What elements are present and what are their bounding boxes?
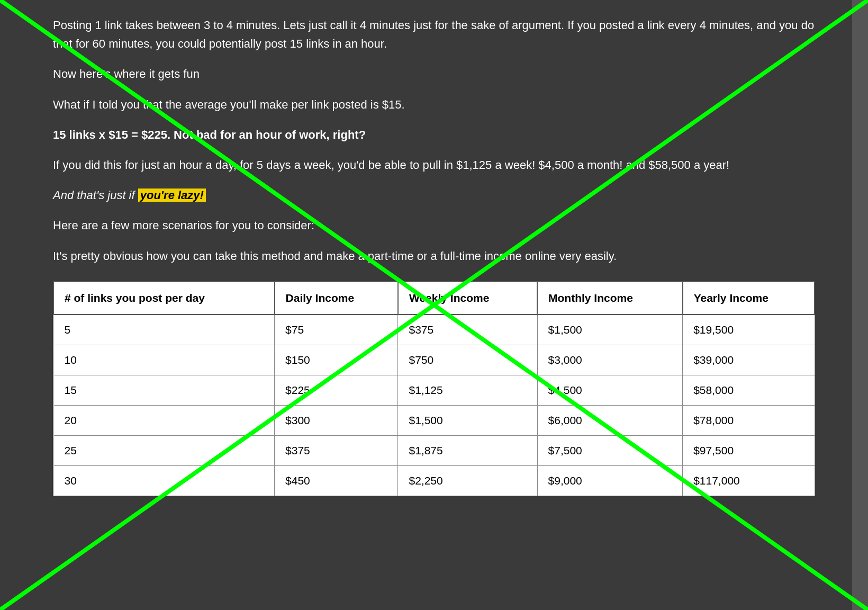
table-cell: $1,875 bbox=[398, 435, 537, 465]
paragraph-6: And that's just if you're lazy! bbox=[53, 186, 815, 204]
table-cell: $2,250 bbox=[398, 465, 537, 496]
table-cell: $4,500 bbox=[537, 375, 683, 405]
paragraph-3: What if I told you that the average you'… bbox=[53, 95, 815, 114]
table-cell: $1,500 bbox=[537, 315, 683, 345]
table-cell: $3,000 bbox=[537, 345, 683, 375]
table-cell: 15 bbox=[53, 375, 275, 405]
table-cell: $78,000 bbox=[683, 405, 815, 435]
table-cell: $375 bbox=[398, 315, 537, 345]
table-cell: $150 bbox=[275, 345, 398, 375]
col-header-monthly: Monthly Income bbox=[537, 282, 683, 315]
paragraph-7: Here are a few more scenarios for you to… bbox=[53, 216, 815, 235]
table-cell: $97,500 bbox=[683, 435, 815, 465]
table-row: 30$450$2,250$9,000$117,000 bbox=[53, 465, 815, 496]
table-row: 15$225$1,125$4,500$58,000 bbox=[53, 375, 815, 405]
paragraph-6-highlight: you're lazy! bbox=[138, 189, 206, 202]
table-row: 5$75$375$1,500$19,500 bbox=[53, 315, 815, 345]
paragraph-6-prefix: And that's just if bbox=[53, 189, 138, 202]
table-cell: 10 bbox=[53, 345, 275, 375]
table-cell: 5 bbox=[53, 315, 275, 345]
table-cell: $39,000 bbox=[683, 345, 815, 375]
paragraph-8: It's pretty obvious how you can take thi… bbox=[53, 247, 815, 265]
table-cell: 25 bbox=[53, 435, 275, 465]
table-cell: 30 bbox=[53, 465, 275, 496]
table-cell: $58,000 bbox=[683, 375, 815, 405]
table-cell: $1,125 bbox=[398, 375, 537, 405]
income-table: # of links you post per day Daily Income… bbox=[53, 281, 815, 496]
table-cell: $75 bbox=[275, 315, 398, 345]
table-cell: 20 bbox=[53, 405, 275, 435]
table-cell: $450 bbox=[275, 465, 398, 496]
col-header-links: # of links you post per day bbox=[53, 282, 275, 315]
table-cell: $300 bbox=[275, 405, 398, 435]
table-cell: $7,500 bbox=[537, 435, 683, 465]
table-row: 10$150$750$3,000$39,000 bbox=[53, 345, 815, 375]
table-row: 20$300$1,500$6,000$78,000 bbox=[53, 405, 815, 435]
col-header-weekly: Weekly Income bbox=[398, 282, 537, 315]
paragraph-1: Posting 1 link takes between 3 to 4 minu… bbox=[53, 16, 815, 53]
main-content: Posting 1 link takes between 3 to 4 minu… bbox=[21, 0, 847, 517]
table-cell: $375 bbox=[275, 435, 398, 465]
table-cell: $750 bbox=[398, 345, 537, 375]
table-cell: $19,500 bbox=[683, 315, 815, 345]
table-cell: $6,000 bbox=[537, 405, 683, 435]
paragraph-2: Now here's where it gets fun bbox=[53, 65, 815, 83]
table-cell: $117,000 bbox=[683, 465, 815, 496]
table-cell: $9,000 bbox=[537, 465, 683, 496]
col-header-daily: Daily Income bbox=[275, 282, 398, 315]
col-header-yearly: Yearly Income bbox=[683, 282, 815, 315]
table-row: 25$375$1,875$7,500$97,500 bbox=[53, 435, 815, 465]
paragraph-5: If you did this for just an hour a day, … bbox=[53, 156, 815, 174]
table-cell: $1,500 bbox=[398, 405, 537, 435]
income-table-section: # of links you post per day Daily Income… bbox=[53, 281, 815, 496]
scrollbar[interactable] bbox=[852, 0, 868, 610]
table-cell: $225 bbox=[275, 375, 398, 405]
paragraph-4: 15 links x $15 = $225. Not bad for an ho… bbox=[53, 125, 815, 144]
